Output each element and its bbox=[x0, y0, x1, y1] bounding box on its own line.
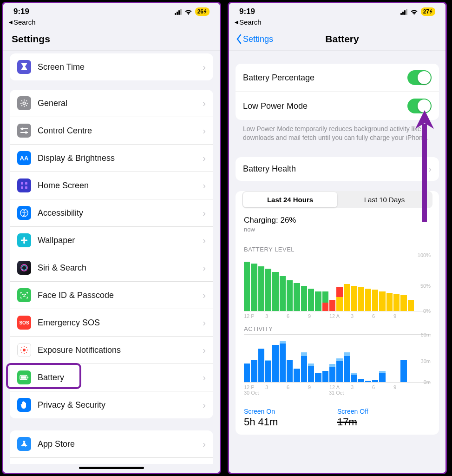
settings-scroll[interactable]: Screen Time › General › Control Centre ›… bbox=[3, 51, 220, 464]
back-triangle-icon: ◀ bbox=[235, 20, 238, 25]
x-axis: 12 P36912 A369 bbox=[244, 313, 431, 319]
svg-point-18 bbox=[23, 294, 23, 294]
wifi-icon bbox=[184, 9, 192, 15]
svg-point-3 bbox=[21, 128, 24, 130]
group-usage: Last 24 Hours Last 10 Days Charging: 26%… bbox=[236, 191, 439, 435]
row-accessibility[interactable]: Accessibility › bbox=[10, 199, 213, 227]
status-time: 9:19 bbox=[13, 7, 29, 16]
breadcrumb-back[interactable]: ◀ Search bbox=[3, 17, 220, 29]
nav-back-button[interactable]: Settings bbox=[236, 34, 273, 44]
wifi-icon bbox=[410, 9, 418, 15]
svg-point-19 bbox=[25, 294, 26, 294]
row-general[interactable]: General › bbox=[10, 90, 213, 117]
signal-icon bbox=[175, 9, 182, 15]
row-screen-time[interactable]: Screen Time › bbox=[10, 53, 213, 80]
toggle-low-power-mode[interactable] bbox=[407, 99, 432, 113]
seg-last-24h[interactable]: Last 24 Hours bbox=[243, 192, 337, 207]
group-general: General › Control Centre › AA Display & … bbox=[10, 90, 213, 418]
chevron-right-icon: › bbox=[203, 290, 206, 301]
row-label: Siri & Search bbox=[38, 263, 203, 273]
appstore-icon bbox=[17, 437, 31, 451]
text-size-icon: AA bbox=[17, 151, 31, 165]
chart-title: ACTIVITY bbox=[244, 325, 431, 332]
activity-chart: ACTIVITY 60m 30m 0m 12 P36912 A369 30 Oc… bbox=[236, 325, 439, 402]
signal-icon bbox=[400, 9, 407, 15]
y-label: 0% bbox=[423, 308, 431, 314]
phone-settings: 9:19 26 ◀ Search Settings Screen Time › … bbox=[2, 2, 221, 474]
row-label: Battery Percentage bbox=[243, 73, 407, 83]
svg-rect-6 bbox=[25, 182, 27, 185]
row-low-power-mode: Low Power Mode bbox=[236, 92, 439, 120]
toggle-battery-percentage[interactable] bbox=[407, 70, 432, 85]
row-label: Battery bbox=[38, 373, 203, 383]
battery-icon bbox=[17, 370, 31, 384]
hand-icon bbox=[17, 398, 31, 412]
y-label: 30m bbox=[421, 358, 431, 364]
svg-point-27 bbox=[20, 350, 21, 350]
chevron-right-icon: › bbox=[203, 235, 206, 246]
row-display-brightness[interactable]: AA Display & Brightness › bbox=[10, 145, 213, 172]
row-wallet[interactable]: Wallet › bbox=[10, 458, 213, 464]
time-range-segment: Last 24 Hours Last 10 Days bbox=[242, 191, 432, 208]
svg-point-22 bbox=[26, 347, 27, 348]
breadcrumb-back[interactable]: ◀ Search bbox=[229, 17, 445, 29]
chevron-right-icon: › bbox=[203, 345, 206, 356]
group-health: Battery Health › bbox=[236, 157, 439, 181]
page-title: Battery bbox=[273, 33, 411, 45]
status-bar: 9:19 27 bbox=[229, 3, 445, 17]
svg-point-25 bbox=[24, 346, 25, 347]
charging-headline: Charging: 26% bbox=[244, 216, 431, 225]
screen-on-value: 5h 41m bbox=[244, 416, 337, 428]
row-label: Accessibility bbox=[38, 208, 203, 218]
chevron-right-icon: › bbox=[203, 400, 206, 410]
row-battery[interactable]: Battery › bbox=[10, 364, 213, 391]
seg-last-10d[interactable]: Last 10 Days bbox=[337, 192, 432, 207]
y-label: 0m bbox=[424, 379, 431, 385]
siri-icon bbox=[17, 261, 31, 275]
svg-point-13 bbox=[23, 241, 25, 244]
phone-battery: 9:19 27 ◀ Search Settings Battery Batter… bbox=[228, 2, 447, 474]
group-toggles: Battery Percentage Low Power Mode bbox=[236, 64, 439, 120]
battery-indicator: 27 bbox=[421, 7, 435, 16]
nav-header: Settings Battery bbox=[229, 29, 445, 51]
nav-header: Settings bbox=[3, 29, 220, 51]
low-power-footnote: Low Power Mode temporarily reduces backg… bbox=[229, 125, 445, 152]
row-wallpaper[interactable]: Wallpaper › bbox=[10, 227, 213, 254]
svg-point-10 bbox=[23, 210, 25, 212]
row-emergency-sos[interactable]: SOS Emergency SOS › bbox=[10, 309, 213, 337]
svg-rect-5 bbox=[21, 182, 23, 185]
svg-point-12 bbox=[23, 237, 25, 239]
svg-point-4 bbox=[25, 132, 27, 134]
svg-point-20 bbox=[23, 349, 26, 351]
row-app-store[interactable]: App Store › bbox=[10, 430, 213, 458]
row-battery-health[interactable]: Battery Health › bbox=[236, 157, 439, 181]
grid-icon bbox=[17, 178, 31, 192]
row-faceid-passcode[interactable]: Face ID & Passcode › bbox=[10, 282, 213, 309]
chevron-right-icon: › bbox=[428, 164, 432, 174]
bar-chart: 100% 50% 0% bbox=[244, 255, 431, 311]
faceid-icon bbox=[17, 288, 31, 302]
chevron-right-icon: › bbox=[203, 263, 206, 273]
row-privacy-security[interactable]: Privacy & Security › bbox=[10, 391, 213, 418]
svg-rect-8 bbox=[25, 186, 27, 189]
date-label: 31 Oct bbox=[329, 390, 414, 396]
chevron-right-icon: › bbox=[203, 317, 206, 328]
sos-icon: SOS bbox=[17, 316, 31, 330]
chevron-right-icon: › bbox=[203, 439, 206, 450]
chevron-right-icon: › bbox=[203, 153, 206, 164]
battery-scroll[interactable]: Battery Percentage Low Power Mode Low Po… bbox=[229, 51, 445, 473]
svg-point-17 bbox=[22, 265, 26, 270]
chevron-right-icon: › bbox=[203, 208, 206, 218]
exposure-icon bbox=[17, 343, 31, 357]
screen-off-value: 17m bbox=[337, 416, 357, 428]
row-label: General bbox=[38, 99, 203, 108]
row-home-screen[interactable]: Home Screen › bbox=[10, 172, 213, 199]
nav-back-label: Settings bbox=[243, 34, 273, 44]
row-siri-search[interactable]: Siri & Search › bbox=[10, 254, 213, 282]
status-bar: 9:19 26 bbox=[3, 3, 220, 17]
chevron-right-icon: › bbox=[203, 180, 206, 191]
row-control-centre[interactable]: Control Centre › bbox=[10, 117, 213, 145]
back-label: Search bbox=[13, 18, 36, 26]
svg-point-28 bbox=[27, 350, 28, 350]
row-exposure-notifications[interactable]: Exposure Notifications › bbox=[10, 337, 213, 364]
